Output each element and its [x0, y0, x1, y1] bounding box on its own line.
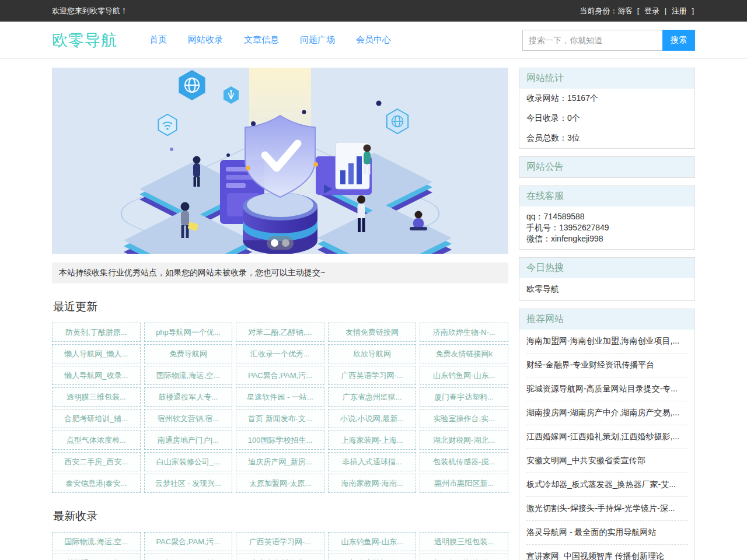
site-link[interactable]: 合肥考研培训_辅... [52, 409, 141, 428]
nav-item[interactable]: 会员中心 [356, 34, 391, 46]
site-link[interactable]: 鼓楼退役军人专... [52, 554, 141, 560]
search-button[interactable]: 搜索 [662, 30, 695, 51]
site-link[interactable]: 广东省惠州监狱... [236, 554, 324, 560]
recommended-site-item[interactable]: 宣讲家网_中国视频智库 传播创新理论 [526, 545, 687, 560]
hot-search-item[interactable]: 欧零导航 [519, 278, 694, 300]
recommended-site-item[interactable]: 湖南搜房网-湖南房产中介,湖南房产交易,... [526, 401, 687, 425]
bracket-right: ] [692, 6, 694, 15]
bracket-left: [ [637, 6, 640, 15]
notice-bar: 本站持续收集行业优秀站点，如果您的网站未被收录，您也可以主动提交~ [52, 262, 508, 284]
site-link[interactable]: 广西英语学习网-... [328, 366, 417, 385]
nav-item[interactable]: 问题广场 [300, 34, 335, 46]
site-link[interactable]: 小说,小说网,最新... [328, 409, 417, 428]
register-link[interactable]: 注册 [672, 6, 687, 15]
site-link[interactable]: 太原加盟网-太原... [236, 474, 324, 493]
carousel-dot-2[interactable] [282, 239, 289, 247]
recommended-site-item[interactable]: 海南加盟网-海南创业加盟,海南创业项目,... [526, 330, 687, 354]
site-link[interactable]: 懒人导航网_懒人... [52, 344, 141, 363]
recent-updates-title: 最近更新 [53, 299, 508, 314]
site-link[interactable]: 山东钓鱼网-山东... [328, 532, 417, 551]
site-link[interactable]: 对苯二酚,乙醇钠,... [236, 323, 324, 342]
site-link[interactable]: 星速软件园 - 一站... [236, 387, 324, 407]
site-link[interactable]: 广东省惠州监狱... [328, 387, 417, 407]
site-link[interactable]: 山东钓鱼网-山东... [420, 366, 508, 385]
site-link[interactable]: 宿州软文营销,宿... [144, 409, 233, 428]
contact-row: qq：714589588 [526, 211, 687, 222]
site-link[interactable]: 首页 新闻发布-文... [236, 409, 324, 428]
site-link[interactable]: 欣欣导航网 [328, 344, 417, 363]
recommended-sites-panel: 推荐网站 海南加盟网-海南创业加盟,海南创业项目,...财经-金融界-专业财经资… [519, 309, 695, 560]
site-link[interactable]: 星速软件园 - 一站... [144, 554, 233, 560]
stat-row: 今日收录：0个 [519, 108, 694, 128]
site-link[interactable]: PAC聚合,PAM,污... [236, 366, 324, 385]
contact-row: 微信：xinfengkeji998 [526, 233, 687, 244]
recommended-site-item[interactable]: 江西婚嫁网-江西婚礼策划,江西婚纱摄影,... [526, 425, 687, 449]
latest-included-grid: 国际物流,海运,空...PAC聚合,PAM,污...广西英语学习网-...山东钓… [52, 532, 508, 560]
nav-item[interactable]: 文章信息 [244, 34, 279, 46]
site-stats-body: 收录网站：15167个今日收录：0个会员总数：3位 [519, 89, 694, 148]
site-link[interactable]: php导航网一个优... [144, 323, 233, 342]
site-link[interactable]: 白山家装修公司_... [144, 452, 233, 471]
search-input[interactable] [522, 30, 662, 51]
site-link[interactable]: 湖北财税网-湖北... [420, 430, 508, 450]
recommended-site-item[interactable]: 板式冷却器_板式蒸发器_换热器厂家-艾... [526, 473, 687, 497]
main-column: 本站持续收集行业优秀站点，如果您的网站未被收录，您也可以主动提交~ 最近更新 防… [52, 68, 508, 560]
hot-search-title: 今日热搜 [519, 258, 694, 278]
site-stats-title: 网站统计 [519, 68, 694, 89]
site-link[interactable]: 上海家装网-上海... [328, 430, 417, 450]
site-link[interactable]: 国际物流,海运,空... [144, 366, 233, 385]
carousel-dots [267, 236, 294, 250]
site-link[interactable]: 非插入式通球指... [328, 452, 417, 471]
site-link[interactable]: 点型气体浓度检... [52, 430, 141, 450]
site-link[interactable]: 广西英语学习网-... [236, 532, 324, 551]
site-link[interactable]: 实验室操作台,实... [420, 409, 508, 428]
site-link[interactable]: 泰安信息港|泰安... [52, 474, 141, 493]
site-link[interactable]: 云梦社区 - 发现兴... [144, 474, 233, 493]
recommended-site-item[interactable]: 激光切割头-焊接头-手持焊-光学镜片-深... [526, 497, 687, 521]
site-link[interactable]: 南通房地产门户|... [144, 430, 233, 450]
top-bar: 欢迎您来到欧零导航！ 当前身份：游客 [ 登录 | 注册 ] [0, 0, 747, 22]
site-link[interactable]: 海南家教网-海南... [328, 474, 417, 493]
site-link[interactable]: PAC聚合,PAM,污... [144, 532, 233, 551]
site-link[interactable]: 济南欣烨生物-N-... [420, 323, 508, 342]
nav-item[interactable]: 网站收录 [188, 34, 223, 46]
site-link[interactable]: 汇收录一个优秀... [236, 344, 324, 363]
site-link[interactable]: 惠州市惠阳区新... [420, 474, 508, 493]
contact-row: 手机号：13952627849 [526, 222, 687, 233]
site-link[interactable]: 透明膜三维包装... [420, 532, 508, 551]
wifi-hexagon-icon [158, 114, 176, 135]
login-link[interactable]: 登录 [644, 6, 659, 15]
site-link[interactable]: 透明膜三维包装... [52, 387, 141, 407]
recommended-sites-title: 推荐网站 [519, 309, 694, 330]
recommended-site-item[interactable]: 安徽文明网_中共安徽省委宣传部 [526, 449, 687, 473]
nav-item[interactable]: 首页 [149, 34, 167, 46]
recommended-site-item[interactable]: 洛灵导航网 - 最全面的实用导航网站 [526, 521, 687, 545]
site-logo[interactable]: 欧零导航 [52, 30, 117, 51]
site-link[interactable]: 国际物流,海运,空... [52, 532, 141, 551]
main-nav: 首页网站收录文章信息问题广场会员中心 [149, 34, 391, 46]
identity-label: 当前身份：游客 [580, 6, 633, 15]
online-service-panel: 在线客服 qq：714589588手机号：13952627849微信：xinfe… [519, 186, 695, 250]
carousel-dot-1[interactable] [271, 239, 278, 247]
site-notice-panel: 网站公告 [519, 156, 695, 178]
site-link[interactable]: 鼓楼退役军人专... [144, 387, 233, 407]
sidebar: 网站统计 收录网站：15167个今日收录：0个会员总数：3位 网站公告 在线客服… [519, 68, 695, 560]
site-link[interactable]: 懒人导航网_收录... [52, 366, 141, 385]
site-link[interactable]: 防黄剂,丁酰肼原... [52, 323, 141, 342]
site-link[interactable]: 合肥考研培训_辅... [420, 554, 508, 560]
site-link[interactable]: 免费友情链接网k [420, 344, 508, 363]
recommended-site-item[interactable]: 驼城资源导航网-高质量网站目录提交-专... [526, 377, 687, 401]
latest-included-title: 最新收录 [53, 509, 508, 524]
site-link[interactable]: 迪庆房产网_新房... [236, 452, 324, 471]
site-link[interactable]: 西安二手房_西安... [52, 452, 141, 471]
online-service-body: qq：714589588手机号：13952627849微信：xinfengkej… [519, 206, 694, 249]
site-link[interactable]: 友情免费链接网 [328, 323, 417, 342]
recommended-sites-list: 海南加盟网-海南创业加盟,海南创业项目,...财经-金融界-专业财经资讯传播平台… [519, 330, 694, 560]
recommended-site-item[interactable]: 财经-金融界-专业财经资讯传播平台 [526, 354, 687, 377]
banner-illustration [52, 68, 508, 254]
site-link[interactable]: 厦门春宇达塑料... [328, 554, 417, 560]
site-link[interactable]: 厦门春宇达塑料... [420, 387, 508, 407]
site-link[interactable]: 包装机传感器-搅... [420, 452, 508, 471]
site-link[interactable]: 免费导航网 [144, 344, 233, 363]
site-link[interactable]: 100国际学校招生... [236, 430, 324, 450]
